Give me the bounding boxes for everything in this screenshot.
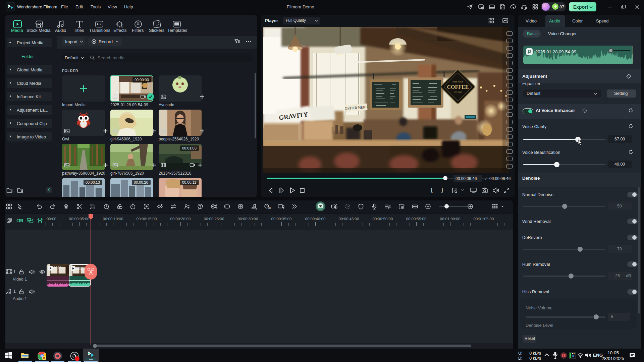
svg-text:?: ?: [584, 109, 586, 112]
svg-text:COFFEE: COFFEE: [447, 84, 469, 90]
svg-text:AI: AI: [268, 207, 271, 209]
svg-text:NOT JUST: NOT JUST: [452, 80, 464, 83]
svg-text:EST 2013: EST 2013: [454, 91, 462, 93]
